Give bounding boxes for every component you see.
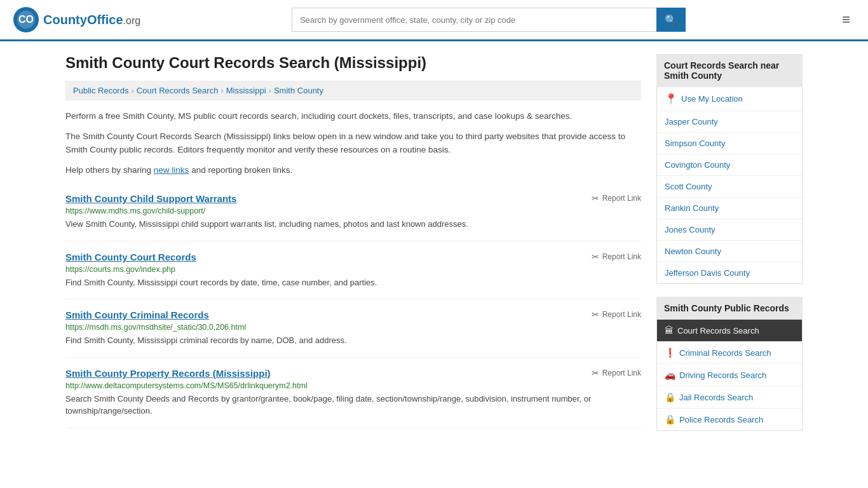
nearby-link-7[interactable]: Newton County xyxy=(657,241,802,262)
public-record-item-1: ❗Criminal Records Search xyxy=(657,342,802,364)
record-desc-child-support: View Smith County, Mississippi child sup… xyxy=(65,218,641,231)
record-url-court-records: https://courts.ms.gov/index.php xyxy=(65,265,641,274)
nearby-item-7: Newton County xyxy=(657,241,802,262)
public-record-link-0[interactable]: 🏛Court Records Search xyxy=(657,320,802,341)
public-record-link-2[interactable]: 🚗Driving Records Search xyxy=(657,364,802,386)
record-entry-property-records: Smith County Property Records (Mississip… xyxy=(65,358,641,428)
search-button[interactable]: 🔍 xyxy=(656,8,686,32)
description-3: Help others by sharing new links and rep… xyxy=(65,163,641,177)
public-record-link-3[interactable]: 🔒Jail Records Search xyxy=(657,386,802,408)
public-record-item-2: 🚗Driving Records Search xyxy=(657,364,802,386)
nearby-link-2[interactable]: Simpson County xyxy=(657,133,802,154)
record-title-property-records[interactable]: Smith County Property Records (Mississip… xyxy=(65,368,271,379)
public-record-icon-0: 🏛 xyxy=(665,325,674,336)
breadcrumb-public-records[interactable]: Public Records xyxy=(73,86,128,95)
location-icon: 📍 xyxy=(665,93,677,105)
nearby-item-4: Scott County xyxy=(657,176,802,198)
page-title: Smith County Court Records Search (Missi… xyxy=(65,54,641,72)
description-2: The Smith County Court Records Search (M… xyxy=(65,130,641,157)
nearby-item-8: Jefferson Davis County xyxy=(657,262,802,283)
public-record-icon-2: 🚗 xyxy=(665,370,675,380)
nearby-item-2: Simpson County xyxy=(657,133,802,154)
record-entry-child-support: Smith County Child Support Warrants ✂ Re… xyxy=(65,183,641,241)
record-title-criminal-records[interactable]: Smith County Criminal Records xyxy=(65,309,209,320)
new-links-link[interactable]: new links xyxy=(154,165,189,175)
public-records-section-header: Smith County Public Records xyxy=(656,297,803,320)
svg-text:CO: CO xyxy=(18,14,34,25)
public-record-item-4: 🔒Police Records Search xyxy=(657,409,802,430)
nearby-section-header: Court Records Search near Smith County xyxy=(656,54,803,87)
record-url-child-support: https://www.mdhs.ms.gov/child-support/ xyxy=(65,207,641,215)
nearby-list: 📍Use My LocationJasper CountySimpson Cou… xyxy=(656,87,803,284)
nearby-item-6: Jones County xyxy=(657,219,802,241)
public-record-icon-4: 🔒 xyxy=(665,414,675,424)
logo-text: CountyOffice.org xyxy=(43,13,140,27)
search-area: 🔍 xyxy=(292,8,686,32)
nearby-item-0: 📍Use My Location xyxy=(657,87,802,111)
nearby-link-6[interactable]: Jones County xyxy=(657,219,802,240)
breadcrumb-smith-county[interactable]: Smith County xyxy=(274,86,323,95)
record-entry-court-records: Smith County Court Records ✂ Report Link… xyxy=(65,241,641,300)
sidebar: Court Records Search near Smith County 📍… xyxy=(656,54,803,444)
nearby-link-8[interactable]: Jefferson Davis County xyxy=(657,262,802,283)
report-link-child-support[interactable]: ✂ Report Link xyxy=(592,193,641,203)
public-record-link-1[interactable]: ❗Criminal Records Search xyxy=(657,342,802,363)
report-icon-court-records: ✂ xyxy=(592,252,599,262)
logo-area: CO CountyOffice.org xyxy=(13,6,140,33)
record-url-property-records: http://www.deltacomputersystems.com/MS/M… xyxy=(65,381,641,390)
report-link-property-records[interactable]: ✂ Report Link xyxy=(592,368,641,378)
public-records-list: 🏛Court Records Search❗Criminal Records S… xyxy=(656,320,803,431)
record-title-court-records[interactable]: Smith County Court Records xyxy=(65,252,196,262)
record-title-child-support[interactable]: Smith County Child Support Warrants xyxy=(65,193,236,204)
report-icon-criminal-records: ✂ xyxy=(592,309,599,320)
public-record-item-0: 🏛Court Records Search xyxy=(657,320,802,342)
logo-icon: CO xyxy=(13,6,39,33)
public-record-icon-1: ❗ xyxy=(665,348,675,358)
nearby-item-3: Covington County xyxy=(657,154,802,176)
records-container: Smith County Child Support Warrants ✂ Re… xyxy=(65,183,641,428)
record-url-criminal-records: https://msdh.ms.gov/msdhsite/_static/30,… xyxy=(65,323,641,332)
breadcrumb-court-records-search[interactable]: Court Records Search xyxy=(137,86,219,95)
record-entry-criminal-records: Smith County Criminal Records ✂ Report L… xyxy=(65,299,641,358)
record-desc-court-records: Find Smith County, Mississippi court rec… xyxy=(65,276,641,289)
report-icon-property-records: ✂ xyxy=(592,368,599,378)
main-container: Smith County Court Records Search (Missi… xyxy=(53,41,815,456)
breadcrumb: Public Records › Court Records Search › … xyxy=(65,81,641,100)
record-desc-property-records: Search Smith County Deeds and Records by… xyxy=(65,393,641,417)
nearby-item-1: Jasper County xyxy=(657,111,802,133)
nearby-item-5: Rankin County xyxy=(657,198,802,219)
public-record-item-3: 🔒Jail Records Search xyxy=(657,386,802,409)
search-input[interactable] xyxy=(292,8,656,32)
nearby-link-4[interactable]: Scott County xyxy=(657,176,802,197)
nearby-link-1[interactable]: Jasper County xyxy=(657,111,802,132)
use-location-link[interactable]: 📍Use My Location xyxy=(657,87,802,111)
report-link-court-records[interactable]: ✂ Report Link xyxy=(592,252,641,262)
nearby-link-3[interactable]: Covington County xyxy=(657,154,802,175)
report-link-criminal-records[interactable]: ✂ Report Link xyxy=(592,309,641,320)
menu-button[interactable]: ≡ xyxy=(837,9,855,30)
nearby-link-5[interactable]: Rankin County xyxy=(657,198,802,219)
breadcrumb-mississippi[interactable]: Mississippi xyxy=(226,86,266,95)
public-record-icon-3: 🔒 xyxy=(665,392,675,402)
header: CO CountyOffice.org 🔍 ≡ xyxy=(0,0,868,41)
description-1: Perform a free Smith County, MS public c… xyxy=(65,109,641,123)
report-icon-child-support: ✂ xyxy=(592,193,599,203)
public-record-link-4[interactable]: 🔒Police Records Search xyxy=(657,409,802,430)
record-desc-criminal-records: Find Smith County, Mississippi criminal … xyxy=(65,334,641,347)
content-area: Smith County Court Records Search (Missi… xyxy=(65,54,641,444)
